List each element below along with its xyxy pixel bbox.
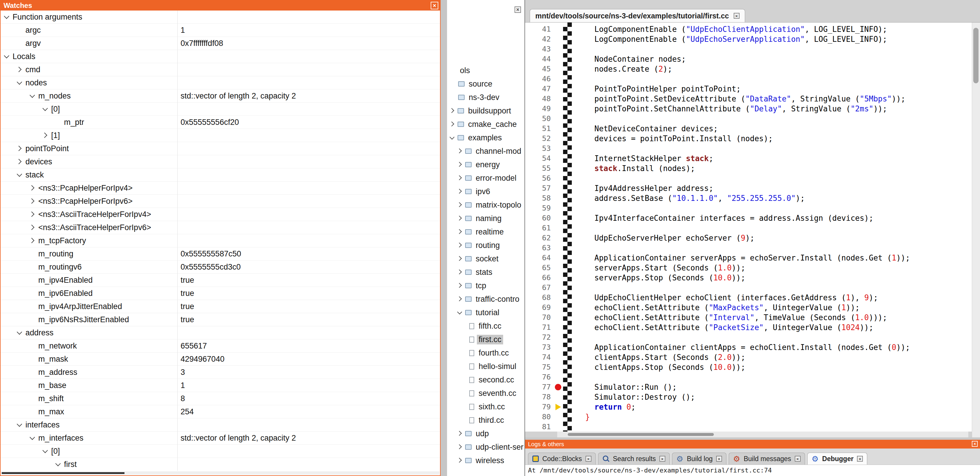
scrollbar-handle[interactable] [973,28,978,83]
expand-icon[interactable] [457,229,463,235]
watch-row[interactable]: m_nodesstd::vector of length 2, capacity… [1,89,440,103]
collapse-icon[interactable] [16,329,23,336]
watch-row[interactable]: first [1,458,440,471]
watches-horizontal-scrollbar[interactable] [1,471,439,475]
code-line[interactable]: 54 InternetStackHelper stack; [525,153,972,163]
expand-icon[interactable] [29,198,36,204]
breakpoint-margin[interactable] [554,84,563,94]
expand-icon[interactable] [457,444,463,450]
expand-icon[interactable] [29,237,36,244]
code-editor[interactable]: 41 LogComponentEnable ("UdpEchoClientApp… [525,22,972,431]
watch-row[interactable]: m_ipv4ArpJitterEnabledtrue [1,300,440,313]
watch-row[interactable]: m_ipv4Enabledtrue [1,274,440,287]
close-icon[interactable] [659,456,665,462]
tab-debugger[interactable]: Debugger [807,453,867,465]
tree-item[interactable]: ipv6 [448,185,525,198]
watch-row[interactable]: argv0x7fffffffdf08 [1,37,440,50]
watch-row[interactable]: <ns3::PcapHelperForIpv6> [1,195,440,208]
code-line[interactable]: 44 NodeContainer nodes; [525,54,972,64]
code-line[interactable]: 66 serverApps.Stop (Seconds (10.0)); [525,273,972,283]
breakpoint-margin[interactable] [554,342,563,352]
tree-item[interactable]: energy [448,158,525,171]
watches-title-bar[interactable]: Watches [1,1,440,11]
expand-icon[interactable] [457,175,463,181]
code-text[interactable]: Simulator::Run (); [585,382,677,392]
watch-row[interactable]: <ns3::AsciiTraceHelperForIpv6> [1,221,440,234]
watch-row[interactable]: [1] [1,129,440,142]
breakpoint-margin[interactable] [554,303,563,313]
breakpoint-margin[interactable] [554,263,563,273]
code-text[interactable]: pointToPoint.SetDeviceAttribute ("DataRa… [585,94,905,104]
tree-item[interactable]: tutorial [448,306,525,319]
code-line[interactable]: 48 pointToPoint.SetDeviceAttribute ("Dat… [525,94,972,104]
watch-row[interactable]: stack [1,168,440,182]
code-text[interactable]: UdpEchoServerHelper echoServer (9); [585,233,754,243]
watch-row[interactable]: address [1,326,440,339]
tree-item[interactable]: channel-mod [448,144,525,158]
code-text[interactable]: stack.Install (nodes); [585,163,695,173]
code-line[interactable]: 42 LogComponentEnable ("UdpEchoServerApp… [525,34,972,44]
expand-icon[interactable] [29,224,36,231]
expand-icon[interactable] [457,162,463,168]
tree-item[interactable]: traffic-contro [448,292,525,306]
breakpoint-margin[interactable] [554,352,563,362]
expand-icon[interactable] [457,296,463,302]
code-text[interactable]: UdpEchoClientHelper echoClient (interfac… [585,293,878,303]
code-text[interactable]: echoClient.SetAttribute ("MaxPackets", U… [585,303,860,313]
code-text[interactable]: InternetStackHelper stack; [585,153,713,163]
expand-icon[interactable] [457,148,463,154]
tree-item[interactable]: second.cc [448,373,525,387]
tree-item[interactable]: realtime [448,225,525,239]
editor-vertical-scrollbar[interactable] [972,22,980,438]
code-line[interactable]: 60 Ipv4InterfaceContainer interfaces = a… [525,213,972,223]
breakpoint-margin[interactable] [554,422,563,431]
breakpoint-margin[interactable] [554,24,563,34]
breakpoint-margin[interactable] [554,64,563,74]
breakpoint-margin[interactable] [554,402,563,412]
breakpoint-margin[interactable] [554,313,563,323]
close-icon[interactable] [431,2,438,10]
code-text[interactable]: Ipv4AddressHelper address; [585,183,713,193]
close-icon[interactable] [795,456,800,462]
collapse-icon[interactable] [29,435,36,441]
code-line[interactable]: 41 LogComponentEnable ("UdpEchoClientApp… [525,24,972,34]
collapse-icon[interactable] [16,422,23,428]
breakpoint-margin[interactable] [554,134,563,144]
breakpoint-margin[interactable] [554,193,563,203]
collapse-icon[interactable] [42,106,48,112]
tree-item[interactable]: ns-3-dev [448,91,525,104]
code-line[interactable]: 52 devices = pointToPoint.Install (nodes… [525,134,972,144]
code-text[interactable]: LogComponentEnable ("UdpEchoServerApplic… [585,34,887,44]
code-line[interactable]: 49 pointToPoint.SetChannelAttribute ("De… [525,104,972,114]
expand-icon[interactable] [16,145,23,152]
code-line[interactable]: 51 NetDeviceContainer devices; [525,124,972,134]
breakpoint-margin[interactable] [554,412,563,422]
breakpoint-margin[interactable] [554,223,563,233]
watch-row[interactable]: m_mask4294967040 [1,353,440,366]
breakpoint-margin[interactable] [554,54,563,64]
code-text[interactable]: ApplicationContainer serverApps = echoSe… [585,253,910,263]
expand-icon[interactable] [457,256,463,262]
code-text[interactable]: clientApps.Stop (Seconds (10.0)); [585,362,745,372]
code-line[interactable]: 56 [525,173,972,183]
code-line[interactable]: 59 [525,203,972,213]
watch-row[interactable]: pointToPoint [1,142,440,155]
code-text[interactable]: echoClient.SetAttribute ("Interval", Tim… [585,313,887,323]
collapse-icon[interactable] [16,80,23,86]
code-line[interactable]: 65 serverApps.Start (Seconds (1.0)); [525,263,972,273]
tree-item[interactable]: routing [448,239,525,252]
watch-row[interactable]: devices [1,155,440,168]
collapse-icon[interactable] [16,172,23,178]
code-text[interactable]: } [585,412,590,422]
tree-item[interactable]: naming [448,212,525,225]
tree-item[interactable]: udp-client-ser [448,440,525,454]
breakpoint-margin[interactable] [554,104,563,114]
code-text[interactable]: PointToPointHelper pointToPoint; [585,84,741,94]
breakpoint-margin[interactable] [554,323,563,332]
code-text[interactable]: nodes.Create (2); [585,64,672,74]
expand-icon[interactable] [29,185,36,191]
tree-item[interactable]: stats [448,265,525,279]
code-line[interactable]: 50 [525,114,972,124]
code-line[interactable]: 74 clientApps.Start (Seconds (2.0)); [525,352,972,362]
tree-item[interactable]: hello-simul [448,359,525,373]
